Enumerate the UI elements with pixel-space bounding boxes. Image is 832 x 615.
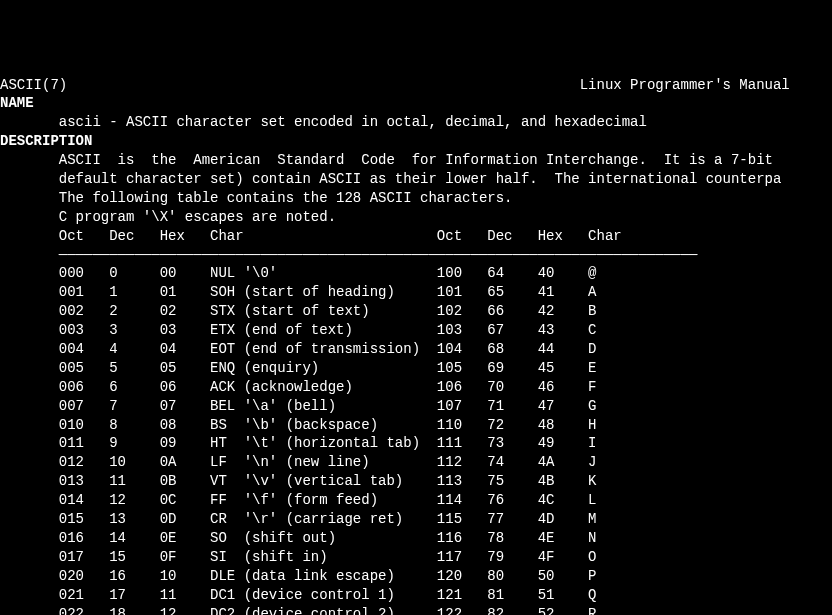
text-line: default character set) contain ASCII as … (0, 170, 832, 189)
text-line: 000 0 00 NUL '\0' 100 64 40 @ (0, 264, 832, 283)
table-row: 004 4 04 EOT (end of transmission) 104 6… (0, 341, 597, 357)
name-text: ascii - ASCII character set encoded in o… (59, 114, 647, 130)
table-row: 015 13 0D CR '\r' (carriage ret) 115 77 … (0, 511, 597, 527)
text-line: ascii - ASCII character set encoded in o… (0, 113, 832, 132)
text-line: 017 15 0F SI (shift in) 117 79 4F O (0, 548, 832, 567)
text-line: 004 4 04 EOT (end of transmission) 104 6… (0, 340, 832, 359)
table-row: 006 6 06 ACK (acknowledge) 106 70 46 F (0, 379, 597, 395)
text-line: 010 8 08 BS '\b' (backspace) 110 72 48 H (0, 416, 832, 435)
text-line: 012 10 0A LF '\n' (new line) 112 74 4A J (0, 453, 832, 472)
text-line: 022 18 12 DC2 (device control 2) 122 82 … (0, 605, 832, 616)
table-row: 012 10 0A LF '\n' (new line) 112 74 4A J (0, 454, 597, 470)
text-line: 021 17 11 DC1 (device control 1) 121 81 … (0, 586, 832, 605)
table-row: 011 9 09 HT '\t' (horizontal tab) 111 73… (0, 435, 597, 451)
text-line: 015 13 0D CR '\r' (carriage ret) 115 77 … (0, 510, 832, 529)
table-row: 016 14 0E SO (shift out) 116 78 4E N (0, 530, 597, 546)
table-row: 003 3 03 ETX (end of text) 103 67 43 C (0, 322, 597, 338)
table-header: Oct Dec Hex Char Oct Dec Hex Char (0, 228, 622, 244)
table-divider: ────────────────────────────────────────… (59, 247, 698, 263)
table-row: 020 16 10 DLE (data link escape) 120 80 … (0, 568, 597, 584)
text-line: 006 6 06 ACK (acknowledge) 106 70 46 F (0, 378, 832, 397)
text-line: ASCII(7) Linux Programmer's Manual (0, 76, 832, 95)
table-row: 007 7 07 BEL '\a' (bell) 107 71 47 G (0, 398, 597, 414)
text-line: DESCRIPTION (0, 132, 832, 151)
text-line: 007 7 07 BEL '\a' (bell) 107 71 47 G (0, 397, 832, 416)
text-line: 016 14 0E SO (shift out) 116 78 4E N (0, 529, 832, 548)
text-line: ASCII is the American Standard Code for … (0, 151, 832, 170)
text-line: C program '\X' escapes are noted. (0, 208, 832, 227)
section-heading-name: NAME (0, 95, 34, 111)
text-line: 001 1 01 SOH (start of heading) 101 65 4… (0, 283, 832, 302)
text-line: Oct Dec Hex Char Oct Dec Hex Char (0, 227, 832, 246)
table-row: 013 11 0B VT '\v' (vertical tab) 113 75 … (0, 473, 597, 489)
table-row: 010 8 08 BS '\b' (backspace) 110 72 48 H (0, 417, 597, 433)
man-header-right: Linux Programmer's Manual (580, 77, 790, 93)
description-para3: C program '\X' escapes are noted. (59, 209, 336, 225)
description-para2: The following table contains the 128 ASC… (59, 190, 513, 206)
text-line: 005 5 05 ENQ (enquiry) 105 69 45 E (0, 359, 832, 378)
description-para1-line2: default character set) contain ASCII as … (59, 171, 782, 187)
table-row: 000 0 00 NUL '\0' 100 64 40 @ (0, 265, 597, 281)
man-header-left: ASCII(7) (0, 77, 67, 93)
text-line: 011 9 09 HT '\t' (horizontal tab) 111 73… (0, 434, 832, 453)
table-row: 001 1 01 SOH (start of heading) 101 65 4… (0, 284, 597, 300)
text-line: 003 3 03 ETX (end of text) 103 67 43 C (0, 321, 832, 340)
text-line: NAME (0, 94, 832, 113)
table-row: 017 15 0F SI (shift in) 117 79 4F O (0, 549, 597, 565)
table-row: 021 17 11 DC1 (device control 1) 121 81 … (0, 587, 597, 603)
text-line: 002 2 02 STX (start of text) 102 66 42 B (0, 302, 832, 321)
text-line: The following table contains the 128 ASC… (0, 189, 832, 208)
table-row: 002 2 02 STX (start of text) 102 66 42 B (0, 303, 597, 319)
table-row: 005 5 05 ENQ (enquiry) 105 69 45 E (0, 360, 597, 376)
description-para1-line1: ASCII is the American Standard Code for … (59, 152, 782, 168)
table-row: 022 18 12 DC2 (device control 2) 122 82 … (0, 606, 597, 616)
text-line: 013 11 0B VT '\v' (vertical tab) 113 75 … (0, 472, 832, 491)
text-line: 014 12 0C FF '\f' (form feed) 114 76 4C … (0, 491, 832, 510)
section-heading-description: DESCRIPTION (0, 133, 92, 149)
text-line: 020 16 10 DLE (data link escape) 120 80 … (0, 567, 832, 586)
table-row: 014 12 0C FF '\f' (form feed) 114 76 4C … (0, 492, 597, 508)
text-line: ────────────────────────────────────────… (0, 246, 832, 265)
